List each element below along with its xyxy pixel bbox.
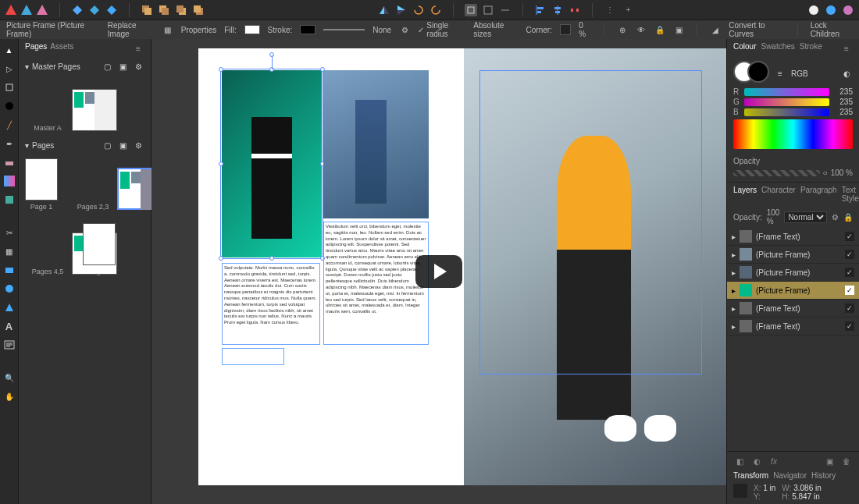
layer-row[interactable]: ▸(Frame Text)✓: [727, 228, 859, 246]
photo-icon[interactable]: [36, 4, 48, 16]
baseline-icon[interactable]: [499, 4, 511, 16]
text-tool-icon[interactable]: [3, 81, 16, 94]
mask-icon[interactable]: ◧: [733, 455, 746, 467]
b-value[interactable]: 235: [832, 108, 853, 116]
master-thumb[interactable]: Master A: [25, 80, 70, 132]
r-slider[interactable]: [744, 88, 829, 96]
stroke-colour-well[interactable]: [747, 61, 769, 83]
lock-icon[interactable]: 🔒: [654, 23, 665, 36]
chevron-right-icon[interactable]: ▸: [732, 322, 736, 331]
text-frame-1[interactable]: Sed vulputate. Morbi massa nunc, convall…: [222, 263, 320, 345]
tab-assets[interactable]: Assets: [50, 42, 73, 55]
colour-picker-icon[interactable]: [3, 100, 16, 112]
table-tool-icon[interactable]: ▦: [3, 245, 16, 257]
arrange-back-icon[interactable]: [141, 4, 153, 16]
single-view-icon[interactable]: ▢: [101, 139, 113, 151]
layer-row[interactable]: ▸(Picture Frame)✓: [727, 246, 859, 264]
account-icon[interactable]: [825, 4, 837, 16]
frame-text-icon[interactable]: [3, 339, 16, 351]
check-icon[interactable]: ✓: [418, 26, 424, 34]
layer-row[interactable]: ▸(Frame Text)✓: [727, 318, 859, 335]
chevron-right-icon[interactable]: ▸: [732, 232, 736, 241]
stroke-swatch[interactable]: [300, 25, 315, 34]
anchor-icon[interactable]: ⊕: [617, 23, 628, 36]
arrange-front-icon[interactable]: [192, 4, 205, 16]
x-value[interactable]: 1 in: [763, 484, 775, 492]
add-icon[interactable]: +: [622, 4, 635, 16]
options-icon[interactable]: ⚙: [132, 60, 144, 73]
spread-view-icon[interactable]: ▣: [116, 139, 129, 151]
publisher-icon[interactable]: [5, 4, 17, 16]
brush-tool-icon[interactable]: ╱: [3, 119, 16, 131]
crop-tool-icon[interactable]: ✂: [3, 226, 16, 239]
rotate-ccw-icon[interactable]: [412, 4, 425, 16]
layer-row[interactable]: ▸(Picture Frame)✓: [727, 264, 859, 282]
eraser-tool-icon[interactable]: [3, 156, 16, 169]
adjustment-icon[interactable]: ◐: [750, 455, 763, 467]
fill-swatch[interactable]: [244, 25, 260, 34]
visibility-checkbox[interactable]: ✓: [845, 268, 854, 277]
arrange-backward-icon[interactable]: [158, 4, 170, 16]
align-left-icon[interactable]: [534, 4, 547, 16]
triangle-tool-icon[interactable]: [3, 301, 16, 314]
visibility-checkbox[interactable]: ✓: [845, 303, 854, 313]
colour-mode[interactable]: RGB: [791, 69, 808, 78]
help-icon[interactable]: [842, 4, 854, 16]
gear-icon[interactable]: ⚙: [399, 23, 410, 36]
tab-navigator[interactable]: Navigator: [773, 471, 807, 480]
single-view-icon[interactable]: ▢: [101, 60, 113, 73]
visibility-checkbox[interactable]: ✓: [845, 321, 854, 331]
panel-menu-icon[interactable]: ≡: [840, 42, 853, 55]
convert-curves-button[interactable]: Convert to Curves: [729, 21, 785, 38]
shape3-icon[interactable]: [105, 4, 118, 16]
single-radius-label[interactable]: Single radius: [426, 21, 465, 38]
properties-label[interactable]: Properties: [181, 26, 217, 34]
chevron-right-icon[interactable]: ▸: [732, 250, 736, 259]
rotate-cw-icon[interactable]: [430, 4, 442, 16]
snap-icon[interactable]: [465, 4, 477, 16]
convert-icon[interactable]: ◢: [710, 23, 721, 36]
stroke-preview[interactable]: [323, 29, 365, 30]
shape-icon[interactable]: [71, 4, 84, 16]
artistic-text-icon[interactable]: A: [3, 320, 16, 332]
page-thumb[interactable]: Pages 2,3: [70, 158, 116, 211]
gradient-tool-icon[interactable]: [3, 175, 16, 187]
shape2-icon[interactable]: [88, 4, 101, 16]
lock-children-label[interactable]: Lock Children: [811, 21, 853, 38]
canvas[interactable]: Sed vulputate. Morbi massa nunc, convall…: [151, 39, 726, 504]
replace-image-button[interactable]: Replace Image: [108, 21, 155, 38]
g-value[interactable]: 235: [832, 98, 853, 106]
panel-menu-icon[interactable]: ≡: [132, 42, 144, 55]
page-thumb[interactable]: Pages 4,5: [25, 223, 70, 275]
opacity-slider[interactable]: [733, 170, 820, 176]
tab-character[interactable]: Character: [761, 186, 796, 203]
visibility-checkbox[interactable]: ✓: [845, 286, 854, 295]
zoom-tool-icon[interactable]: 🔍: [3, 371, 16, 384]
flip-v-icon[interactable]: [395, 4, 408, 16]
tab-pages[interactable]: Pages: [25, 42, 47, 55]
sliders-icon[interactable]: ≡: [774, 67, 786, 80]
blend-mode-select[interactable]: Normal: [784, 211, 827, 223]
align-center-icon[interactable]: [551, 4, 564, 16]
b-slider[interactable]: [744, 108, 829, 116]
absolute-sizes-label[interactable]: Absolute sizes: [473, 21, 518, 38]
tab-swatches[interactable]: Swatches: [761, 42, 794, 55]
persona-icons[interactable]: [5, 4, 48, 16]
grid-icon[interactable]: [482, 4, 494, 16]
tab-colour[interactable]: Colour: [733, 42, 756, 55]
visibility-checkbox[interactable]: ✓: [845, 250, 854, 259]
tab-textstyles[interactable]: Text Styles: [842, 186, 859, 203]
place-tool-icon[interactable]: [3, 193, 16, 206]
layer-row[interactable]: ▸(Frame Text)✓: [727, 300, 859, 318]
visibility-checkbox[interactable]: ✓: [845, 232, 854, 241]
h-value[interactable]: 5.847 in: [792, 492, 820, 501]
corner-value[interactable]: 0 %: [579, 21, 590, 38]
distribute-icon[interactable]: [569, 4, 581, 16]
corner-type[interactable]: [560, 24, 571, 35]
w-value[interactable]: 3.086 in: [793, 484, 822, 492]
chevron-down-icon[interactable]: ▾: [25, 62, 29, 71]
flip-h-icon[interactable]: [378, 4, 390, 16]
opacity-value[interactable]: 100 %: [831, 169, 853, 177]
chevron-down-icon[interactable]: ▾: [25, 141, 29, 150]
node-tool-icon[interactable]: ▷: [3, 62, 16, 75]
